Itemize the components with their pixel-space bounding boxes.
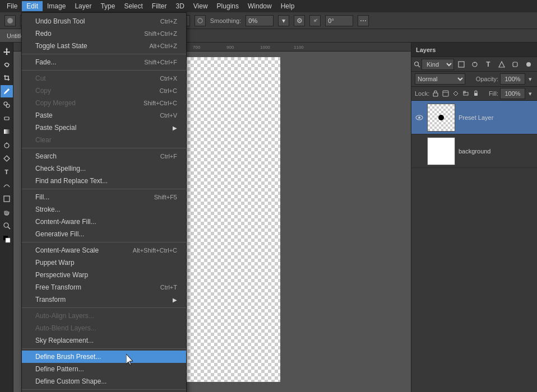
menu-edit[interactable]: Edit bbox=[22, 1, 43, 11]
menu-content-aware-scale[interactable]: Content-Aware Scale Alt+Shift+Ctrl+C bbox=[22, 244, 186, 256]
menu-plugins[interactable]: Plugins bbox=[212, 1, 243, 11]
menu-generative-fill[interactable]: Generative Fill... bbox=[22, 228, 186, 240]
opacity-dropdown[interactable]: ▾ bbox=[527, 73, 534, 85]
menu-auto-blend: Auto-Blend Layers... bbox=[22, 322, 186, 334]
filter-smart-icon[interactable] bbox=[509, 59, 521, 70]
menu-select[interactable]: Select bbox=[119, 1, 147, 11]
menu-window[interactable]: Window bbox=[243, 1, 276, 11]
lock-position-icon[interactable] bbox=[452, 90, 460, 97]
flow-icon[interactable] bbox=[195, 15, 206, 26]
menu-view[interactable]: View bbox=[189, 1, 212, 11]
menu-paste[interactable]: Paste Ctrl+V bbox=[22, 109, 186, 122]
menu-fill-label: Fill... bbox=[35, 193, 154, 201]
angle-value[interactable]: 0° bbox=[325, 15, 353, 26]
lock-label: Lock: bbox=[415, 90, 429, 97]
menu-undo-brush-tool[interactable]: Undo Brush Tool Ctrl+Z bbox=[22, 15, 186, 27]
menu-puppet-warp[interactable]: Puppet Warp bbox=[22, 256, 186, 269]
lock-image-icon[interactable] bbox=[442, 90, 450, 97]
filter-toggle[interactable] bbox=[522, 59, 535, 70]
blend-opacity-row: Normal Opacity: 100% ▾ bbox=[411, 72, 537, 87]
menu-stroke-label: Stroke... bbox=[35, 206, 177, 213]
filter-adjust-icon[interactable] bbox=[469, 59, 481, 70]
menu-sky-replacement[interactable]: Sky Replacement... bbox=[22, 334, 186, 347]
menu-layer[interactable]: Layer bbox=[70, 1, 96, 11]
tool-shape[interactable] bbox=[1, 193, 13, 205]
menu-perspective-warp-label: Perspective Warp bbox=[35, 271, 177, 279]
layer-visibility-background[interactable] bbox=[415, 147, 424, 156]
tool-clone[interactable] bbox=[1, 99, 13, 111]
layer-visibility-preset[interactable] bbox=[415, 113, 424, 122]
svg-point-14 bbox=[4, 223, 8, 227]
svg-line-15 bbox=[8, 227, 10, 229]
menu-search[interactable]: Search Ctrl+F bbox=[22, 150, 186, 162]
menu-type[interactable]: Type bbox=[96, 1, 119, 11]
menu-find-replace[interactable]: Find and Replace Text... bbox=[22, 175, 186, 187]
menu-help[interactable]: Help bbox=[276, 1, 299, 11]
lock-transparent-icon[interactable] bbox=[432, 90, 439, 97]
menu-file[interactable]: File bbox=[2, 1, 22, 11]
extra-btn[interactable]: ⋯ bbox=[358, 15, 369, 26]
tool-dodge[interactable] bbox=[1, 139, 13, 151]
menu-paste-special[interactable]: Paste Special ▶ bbox=[22, 122, 186, 134]
brush-preset-picker[interactable] bbox=[4, 15, 16, 26]
menu-redo[interactable]: Redo Shift+Ctrl+Z bbox=[22, 27, 186, 40]
smoothing-settings[interactable]: ⚙ bbox=[294, 15, 305, 26]
filter-type-icon[interactable]: T bbox=[482, 59, 494, 70]
tool-crop[interactable] bbox=[1, 72, 13, 84]
menu-define-pattern[interactable]: Define Pattern... bbox=[22, 363, 186, 375]
layer-item-preset[interactable]: Preset Layer bbox=[411, 101, 537, 134]
menu-fade-label: Fade... bbox=[35, 58, 144, 66]
menu-fill[interactable]: Fill... Shift+F5 bbox=[22, 191, 186, 203]
menu-toggle-last-state[interactable]: Toggle Last State Alt+Ctrl+Z bbox=[22, 40, 186, 52]
menu-filter[interactable]: Filter bbox=[147, 1, 172, 11]
menu-define-custom-shape[interactable]: Define Custom Shape... bbox=[22, 375, 186, 388]
lock-all-icon[interactable] bbox=[472, 90, 480, 97]
layer-thumb-preset bbox=[427, 104, 455, 132]
menu-copy-shortcut: Ctrl+C bbox=[160, 87, 177, 94]
tool-hand[interactable] bbox=[1, 206, 13, 218]
menu-cut-shortcut: Ctrl+X bbox=[160, 75, 177, 82]
menu-stroke[interactable]: Stroke... bbox=[22, 203, 186, 216]
fill-dropdown[interactable]: ▾ bbox=[527, 88, 534, 99]
tool-text[interactable]: T bbox=[1, 166, 13, 178]
tool-gradient[interactable] bbox=[1, 125, 13, 138]
tool-move[interactable] bbox=[1, 45, 13, 57]
filter-shape-icon[interactable] bbox=[496, 59, 508, 70]
layer-name-background: background bbox=[459, 148, 491, 155]
smoothing-value[interactable]: 0% bbox=[246, 15, 274, 26]
menu-define-brush-preset[interactable]: Define Brush Preset... bbox=[22, 351, 186, 363]
opacity-value[interactable]: 100% bbox=[500, 73, 525, 85]
layer-thumb-background bbox=[427, 137, 455, 165]
tool-pen[interactable] bbox=[1, 152, 13, 165]
svg-point-32 bbox=[418, 116, 420, 119]
tool-zoom[interactable] bbox=[1, 220, 13, 232]
kind-select[interactable]: Kind bbox=[422, 59, 454, 70]
smoothing-dropdown[interactable]: ▾ bbox=[278, 15, 289, 26]
menu-content-aware-fill[interactable]: Content-Aware Fill... bbox=[22, 216, 186, 228]
filter-pixel-icon[interactable] bbox=[455, 59, 467, 70]
menu-perspective-warp[interactable]: Perspective Warp bbox=[22, 269, 186, 281]
tool-brush[interactable] bbox=[1, 85, 13, 97]
paste-special-arrow: ▶ bbox=[173, 125, 177, 131]
menu-fade[interactable]: Fade... Shift+Ctrl+F bbox=[22, 56, 186, 68]
angle-icon[interactable] bbox=[309, 15, 321, 26]
tool-path[interactable] bbox=[1, 179, 13, 192]
menu-transform[interactable]: Transform ▶ bbox=[22, 293, 186, 306]
fill-value[interactable]: 100% bbox=[500, 88, 525, 99]
blend-mode-select[interactable]: Normal bbox=[415, 73, 465, 85]
menu-3d[interactable]: 3D bbox=[171, 1, 188, 11]
tool-lasso[interactable] bbox=[1, 58, 13, 71]
menu-copy-label: Copy bbox=[35, 87, 160, 95]
opacity-label: Opacity: bbox=[476, 76, 498, 82]
menu-paste-label: Paste bbox=[35, 111, 160, 119]
menu-image[interactable]: Image bbox=[43, 1, 70, 11]
tool-eraser[interactable] bbox=[1, 112, 13, 124]
lock-artboard-icon[interactable] bbox=[462, 90, 470, 97]
layer-item-background[interactable]: background bbox=[411, 134, 537, 168]
layers-panel-title: Layers bbox=[416, 46, 436, 53]
menu-copy-merged-label: Copy Merged bbox=[35, 99, 143, 107]
menu-free-transform[interactable]: Free Transform Ctrl+T bbox=[22, 281, 186, 293]
menu-check-spelling[interactable]: Check Spelling... bbox=[22, 162, 186, 175]
svg-rect-9 bbox=[4, 117, 9, 120]
foreground-color[interactable] bbox=[1, 233, 13, 245]
